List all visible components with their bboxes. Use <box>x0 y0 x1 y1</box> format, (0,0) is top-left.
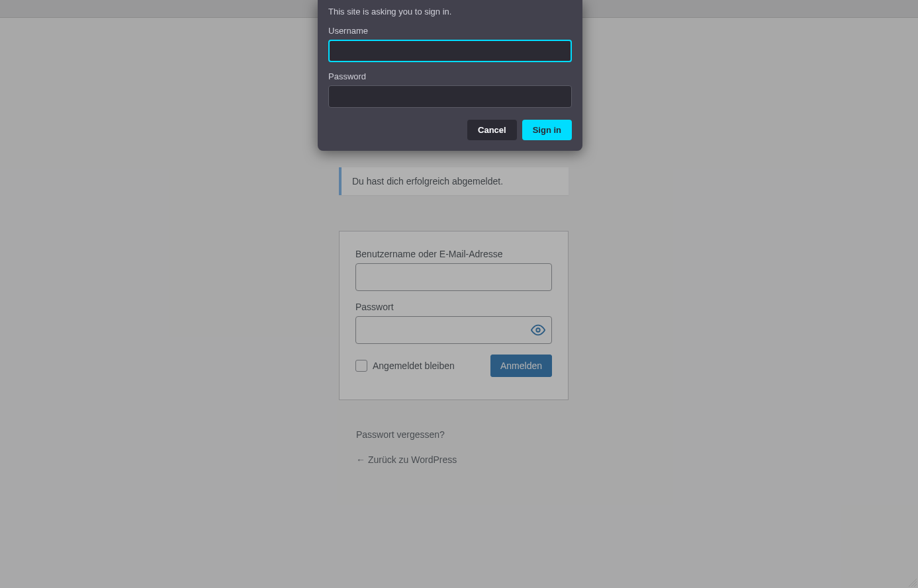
auth-cancel-button[interactable]: Cancel <box>467 120 517 140</box>
back-link-wrap: ← Zurück zu WordPress <box>356 454 457 465</box>
auth-message: This site is asking you to sign in. <box>328 7 572 17</box>
forgot-password-link[interactable]: Passwort vergessen? <box>356 429 445 440</box>
auth-username-input[interactable] <box>328 40 572 62</box>
username-input[interactable] <box>355 263 552 291</box>
auth-signin-button[interactable]: Sign in <box>522 120 572 140</box>
back-to-site-link[interactable]: ← Zurück zu WordPress <box>356 454 457 465</box>
login-form: Benutzername oder E-Mail-Adresse Passwor… <box>339 231 569 400</box>
notice-text: Du hast dich erfolgreich abgemeldet. <box>352 176 503 187</box>
password-label: Passwort <box>355 302 552 312</box>
logout-notice: Du hast dich erfolgreich abgemeldet. <box>339 167 569 195</box>
resize-grip-icon <box>909 579 917 587</box>
window-resize-grip[interactable] <box>907 577 918 588</box>
auth-password-label: Password <box>328 71 572 81</box>
auth-button-row: Cancel Sign in <box>328 120 572 140</box>
login-submit-button[interactable]: Anmelden <box>490 355 552 377</box>
forgot-password-link-wrap: Passwort vergessen? <box>356 429 445 440</box>
password-group: Passwort <box>355 302 552 344</box>
username-label: Benutzername oder E-Mail-Adresse <box>355 249 552 259</box>
auth-username-label: Username <box>328 26 572 36</box>
remember-checkbox[interactable] <box>355 360 367 372</box>
auth-password-input[interactable] <box>328 85 572 108</box>
remember-label: Angemeldet bleiben <box>373 360 455 371</box>
username-group: Benutzername oder E-Mail-Adresse <box>355 249 552 291</box>
browser-auth-dialog: This site is asking you to sign in. User… <box>318 0 582 151</box>
remember-me-wrap[interactable]: Angemeldet bleiben <box>355 360 455 372</box>
password-input[interactable] <box>355 316 552 344</box>
eye-icon <box>531 323 545 337</box>
show-password-button[interactable] <box>524 316 552 344</box>
svg-point-0 <box>536 328 540 332</box>
form-bottom-row: Angemeldet bleiben Anmelden <box>355 355 552 377</box>
